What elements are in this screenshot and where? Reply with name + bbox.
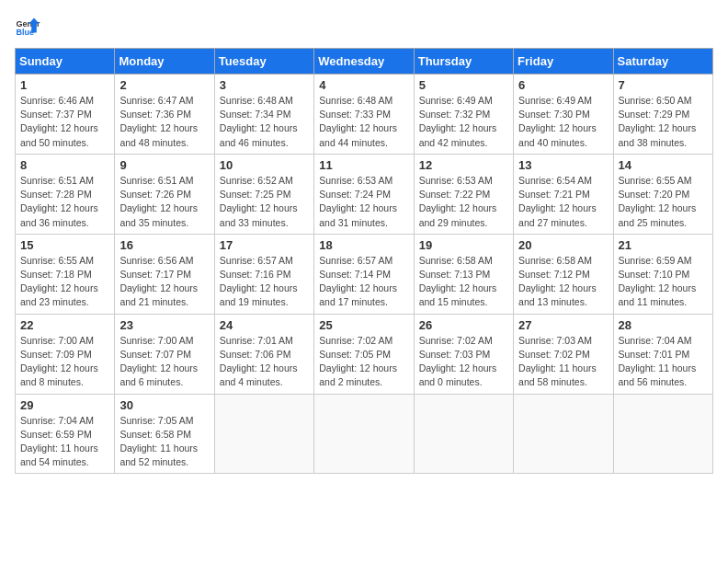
calendar-day-cell: 15Sunrise: 6:55 AM Sunset: 7:18 PM Dayli… xyxy=(16,234,115,314)
weekday-header-row: SundayMondayTuesdayWednesdayThursdayFrid… xyxy=(16,49,713,75)
calendar-day-cell: 26Sunrise: 7:02 AM Sunset: 7:03 PM Dayli… xyxy=(414,314,513,394)
day-info: Sunrise: 6:53 AM Sunset: 7:24 PM Dayligh… xyxy=(319,174,408,230)
day-number: 12 xyxy=(419,158,508,172)
day-number: 28 xyxy=(619,318,708,332)
day-info: Sunrise: 6:51 AM Sunset: 7:28 PM Dayligh… xyxy=(20,174,109,230)
day-number: 20 xyxy=(518,238,608,252)
day-info: Sunrise: 7:00 AM Sunset: 7:07 PM Dayligh… xyxy=(119,334,209,390)
calendar-week-row: 15Sunrise: 6:55 AM Sunset: 7:18 PM Dayli… xyxy=(16,234,713,314)
calendar-day-cell: 6Sunrise: 6:49 AM Sunset: 7:30 PM Daylig… xyxy=(514,75,613,155)
calendar-week-row: 8Sunrise: 6:51 AM Sunset: 7:28 PM Daylig… xyxy=(16,154,713,234)
day-info: Sunrise: 6:55 AM Sunset: 7:20 PM Dayligh… xyxy=(619,174,708,230)
calendar-day-cell: 19Sunrise: 6:58 AM Sunset: 7:13 PM Dayli… xyxy=(414,234,513,314)
day-number: 9 xyxy=(119,158,209,172)
calendar-day-cell: 13Sunrise: 6:54 AM Sunset: 7:21 PM Dayli… xyxy=(514,154,613,234)
calendar-day-cell: 9Sunrise: 6:51 AM Sunset: 7:26 PM Daylig… xyxy=(115,154,214,234)
day-number: 4 xyxy=(319,78,408,92)
logo-icon: General Blue xyxy=(15,15,40,40)
weekday-header-tuesday: Tuesday xyxy=(214,49,313,75)
day-info: Sunrise: 6:49 AM Sunset: 7:30 PM Dayligh… xyxy=(518,94,608,150)
day-number: 30 xyxy=(119,398,209,412)
day-info: Sunrise: 6:57 AM Sunset: 7:16 PM Dayligh… xyxy=(220,254,309,310)
day-number: 3 xyxy=(220,78,309,92)
calendar-day-cell: 24Sunrise: 7:01 AM Sunset: 7:06 PM Dayli… xyxy=(214,314,313,394)
day-number: 2 xyxy=(119,78,209,92)
day-info: Sunrise: 6:49 AM Sunset: 7:32 PM Dayligh… xyxy=(419,94,508,150)
day-number: 22 xyxy=(20,318,109,332)
calendar-day-cell: 12Sunrise: 6:53 AM Sunset: 7:22 PM Dayli… xyxy=(414,154,513,234)
day-info: Sunrise: 7:02 AM Sunset: 7:03 PM Dayligh… xyxy=(419,334,508,390)
day-number: 10 xyxy=(220,158,309,172)
day-number: 26 xyxy=(419,318,508,332)
day-info: Sunrise: 6:46 AM Sunset: 7:37 PM Dayligh… xyxy=(20,94,109,150)
weekday-header-sunday: Sunday xyxy=(16,49,115,75)
day-number: 25 xyxy=(319,318,408,332)
day-info: Sunrise: 6:47 AM Sunset: 7:36 PM Dayligh… xyxy=(119,94,209,150)
page-header: General Blue xyxy=(15,15,713,40)
calendar-day-cell: 3Sunrise: 6:48 AM Sunset: 7:34 PM Daylig… xyxy=(214,75,313,155)
calendar-week-row: 22Sunrise: 7:00 AM Sunset: 7:09 PM Dayli… xyxy=(16,314,713,394)
day-info: Sunrise: 6:48 AM Sunset: 7:34 PM Dayligh… xyxy=(220,94,309,150)
calendar-day-cell: 27Sunrise: 7:03 AM Sunset: 7:02 PM Dayli… xyxy=(514,314,613,394)
day-number: 11 xyxy=(319,158,408,172)
calendar-day-cell xyxy=(613,394,712,474)
day-info: Sunrise: 6:48 AM Sunset: 7:33 PM Dayligh… xyxy=(319,94,408,150)
day-info: Sunrise: 7:00 AM Sunset: 7:09 PM Dayligh… xyxy=(20,334,109,390)
calendar-day-cell: 10Sunrise: 6:52 AM Sunset: 7:25 PM Dayli… xyxy=(214,154,313,234)
day-info: Sunrise: 6:52 AM Sunset: 7:25 PM Dayligh… xyxy=(220,174,309,230)
weekday-header-friday: Friday xyxy=(514,49,613,75)
day-info: Sunrise: 7:04 AM Sunset: 6:59 PM Dayligh… xyxy=(20,414,109,470)
calendar-day-cell: 17Sunrise: 6:57 AM Sunset: 7:16 PM Dayli… xyxy=(214,234,313,314)
calendar-day-cell: 21Sunrise: 6:59 AM Sunset: 7:10 PM Dayli… xyxy=(613,234,712,314)
day-number: 1 xyxy=(20,78,109,92)
calendar-day-cell xyxy=(414,394,513,474)
day-number: 13 xyxy=(518,158,608,172)
day-number: 8 xyxy=(20,158,109,172)
calendar-day-cell: 28Sunrise: 7:04 AM Sunset: 7:01 PM Dayli… xyxy=(613,314,712,394)
calendar-day-cell: 14Sunrise: 6:55 AM Sunset: 7:20 PM Dayli… xyxy=(613,154,712,234)
day-number: 21 xyxy=(619,238,708,252)
calendar-day-cell xyxy=(514,394,613,474)
day-number: 15 xyxy=(20,238,109,252)
calendar-week-row: 29Sunrise: 7:04 AM Sunset: 6:59 PM Dayli… xyxy=(16,394,713,474)
calendar-day-cell: 8Sunrise: 6:51 AM Sunset: 7:28 PM Daylig… xyxy=(16,154,115,234)
day-info: Sunrise: 6:58 AM Sunset: 7:13 PM Dayligh… xyxy=(419,254,508,310)
svg-text:Blue: Blue xyxy=(16,28,34,37)
day-number: 29 xyxy=(20,398,109,412)
day-number: 6 xyxy=(518,78,608,92)
day-number: 23 xyxy=(119,318,209,332)
day-number: 17 xyxy=(220,238,309,252)
day-number: 18 xyxy=(319,238,408,252)
day-info: Sunrise: 6:54 AM Sunset: 7:21 PM Dayligh… xyxy=(518,174,608,230)
logo: General Blue xyxy=(15,15,40,40)
day-info: Sunrise: 6:53 AM Sunset: 7:22 PM Dayligh… xyxy=(419,174,508,230)
calendar-day-cell: 23Sunrise: 7:00 AM Sunset: 7:07 PM Dayli… xyxy=(115,314,214,394)
calendar-day-cell: 18Sunrise: 6:57 AM Sunset: 7:14 PM Dayli… xyxy=(314,234,414,314)
weekday-header-thursday: Thursday xyxy=(414,49,513,75)
calendar-day-cell xyxy=(314,394,414,474)
calendar-day-cell: 25Sunrise: 7:02 AM Sunset: 7:05 PM Dayli… xyxy=(314,314,414,394)
day-info: Sunrise: 6:57 AM Sunset: 7:14 PM Dayligh… xyxy=(319,254,408,310)
weekday-header-saturday: Saturday xyxy=(613,49,712,75)
day-info: Sunrise: 6:58 AM Sunset: 7:12 PM Dayligh… xyxy=(518,254,608,310)
day-number: 19 xyxy=(419,238,508,252)
day-number: 27 xyxy=(518,318,608,332)
calendar-day-cell: 4Sunrise: 6:48 AM Sunset: 7:33 PM Daylig… xyxy=(314,75,414,155)
calendar-day-cell: 22Sunrise: 7:00 AM Sunset: 7:09 PM Dayli… xyxy=(16,314,115,394)
calendar-table: SundayMondayTuesdayWednesdayThursdayFrid… xyxy=(15,48,713,474)
calendar-day-cell: 29Sunrise: 7:04 AM Sunset: 6:59 PM Dayli… xyxy=(16,394,115,474)
day-number: 5 xyxy=(419,78,508,92)
calendar-week-row: 1Sunrise: 6:46 AM Sunset: 7:37 PM Daylig… xyxy=(16,75,713,155)
day-info: Sunrise: 7:02 AM Sunset: 7:05 PM Dayligh… xyxy=(319,334,408,390)
calendar-day-cell: 11Sunrise: 6:53 AM Sunset: 7:24 PM Dayli… xyxy=(314,154,414,234)
calendar-day-cell xyxy=(214,394,313,474)
calendar-day-cell: 2Sunrise: 6:47 AM Sunset: 7:36 PM Daylig… xyxy=(115,75,214,155)
day-number: 14 xyxy=(619,158,708,172)
day-info: Sunrise: 6:55 AM Sunset: 7:18 PM Dayligh… xyxy=(20,254,109,310)
day-info: Sunrise: 7:04 AM Sunset: 7:01 PM Dayligh… xyxy=(619,334,708,390)
day-info: Sunrise: 7:01 AM Sunset: 7:06 PM Dayligh… xyxy=(220,334,309,390)
weekday-header-monday: Monday xyxy=(115,49,214,75)
weekday-header-wednesday: Wednesday xyxy=(314,49,414,75)
day-info: Sunrise: 6:51 AM Sunset: 7:26 PM Dayligh… xyxy=(119,174,209,230)
calendar-day-cell: 16Sunrise: 6:56 AM Sunset: 7:17 PM Dayli… xyxy=(115,234,214,314)
